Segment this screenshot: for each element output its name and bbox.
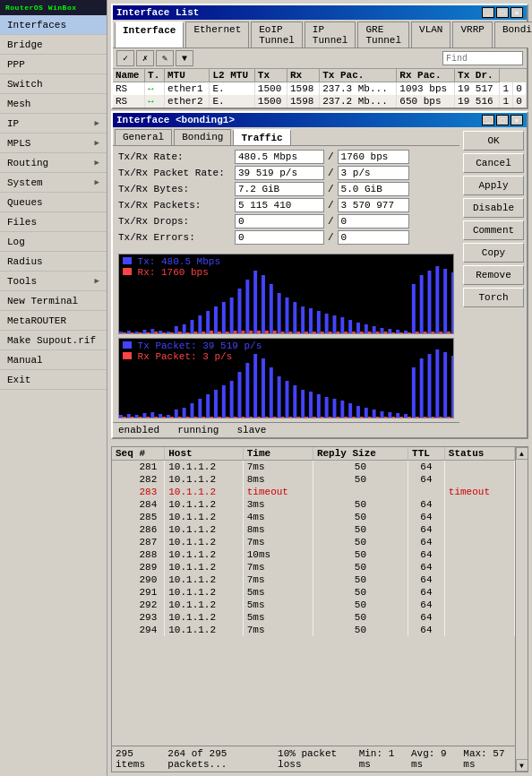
ping-row[interactable]: 287 10.1.1.2 7ms 50 64 [112,536,515,548]
col-l2mtu[interactable]: L2 MTU [210,69,254,82]
ping-col-replysize[interactable]: Reply Size [313,447,408,461]
ping-row[interactable]: 288 10.1.1.2 10ms 50 64 [112,548,515,561]
find-input[interactable] [442,51,523,65]
comment-button[interactable]: Comment [463,220,524,240]
col-t[interactable]: T. [145,69,165,82]
col-rx[interactable]: Rx [287,69,319,82]
sidebar-item-make-supout[interactable]: Make Supout.rif [0,331,107,350]
bonding-close-button[interactable]: × [511,115,523,125]
ping-scrollbar[interactable]: ▲ ▼ [515,447,528,772]
tab-bonding-sub[interactable]: Bonding [174,129,231,145]
tab-ethernet[interactable]: Ethernet [185,22,249,47]
minimize-button[interactable]: _ [482,7,494,18]
disable-button[interactable]: Disable [463,198,524,218]
ping-col-host[interactable]: Host [165,447,243,461]
filter-button[interactable]: ▼ [176,50,193,66]
sidebar-item-exit[interactable]: Exit [0,370,107,390]
sidebar-item-ip[interactable]: IP ▶ [0,114,107,134]
ping-col-time[interactable]: Time [243,447,313,461]
sidebar-item-interfaces[interactable]: Interfaces [0,15,107,35]
ping-ttl: 64 [408,611,445,624]
col-tx[interactable]: Tx [254,69,287,82]
svg-rect-79 [431,332,434,333]
tab-vlan[interactable]: VLAN [411,22,450,47]
sidebar-item-metarouter[interactable]: MetaROUTER [0,311,107,331]
svg-rect-53 [329,332,332,333]
tab-interface[interactable]: Interface [115,22,184,47]
ping-row[interactable]: 293 10.1.1.2 5ms 50 64 [112,611,515,624]
ping-row[interactable]: 284 10.1.1.2 3ms 50 64 [112,498,515,511]
sidebar-item-mpls[interactable]: MPLS ▶ [0,134,107,153]
maximize-button[interactable]: □ [496,7,509,18]
sidebar-item-tools[interactable]: Tools ▶ [0,272,107,291]
tab-gre-tunnel[interactable]: GRE Tunnel [357,22,409,47]
tab-ip-tunnel[interactable]: IP Tunnel [305,22,356,47]
tab-bonding[interactable]: Bonding [494,22,532,47]
ping-col-status[interactable]: Status [444,447,514,461]
chevron-right-icon: ▶ [95,158,99,168]
sidebar-item-mesh[interactable]: Mesh [0,94,107,114]
close-button[interactable]: × [511,7,523,18]
tab-eoip-tunnel[interactable]: EoIP Tunnel [251,22,303,47]
ping-row[interactable]: 291 10.1.1.2 5ms 50 64 [112,586,515,599]
svg-rect-7 [146,332,150,333]
col-rxpac[interactable]: Rx Pac. [397,69,455,82]
ping-row[interactable]: 283 10.1.1.2 timeout timeout [112,486,515,498]
apply-button[interactable]: Apply [463,176,524,195]
svg-rect-60 [356,323,360,333]
svg-rect-184 [293,385,296,418]
copy-button[interactable]: Copy [463,243,524,263]
sidebar-item-bridge[interactable]: Bridge [0,35,107,55]
svg-rect-74 [412,284,416,333]
ping-row[interactable]: 282 10.1.1.2 8ms 50 64 [112,473,515,486]
sidebar-item-ppp[interactable]: PPP [0,55,107,74]
sidebar-item-switch[interactable]: Switch [0,74,107,94]
col-txpac[interactable]: Tx Pac. [320,69,397,82]
ping-col-ttl[interactable]: TTL [408,447,445,461]
chart1-legend-tx: Tx: 480.5 Mbps [123,256,220,267]
col-name[interactable]: Name [113,69,145,82]
interface-table-wrapper: Name T. MTU L2 MTU Tx Rx Tx Pac. Rx Pac.… [113,69,527,108]
sidebar-item-new-terminal[interactable]: New Terminal [0,291,107,311]
table-row[interactable]: RS ↔ ether1 E. 1500 1598 237.3 Mb... 109… [113,82,527,96]
ping-time: 7ms [243,573,313,586]
tab-general[interactable]: General [115,129,172,145]
cancel-button[interactable]: Cancel [463,153,524,173]
ok-button[interactable]: OK [463,131,524,151]
ping-scroll[interactable]: Seq # Host Time Reply Size TTL Status 28… [112,447,515,746]
ping-row[interactable]: 285 10.1.1.2 4ms 50 64 [112,511,515,523]
remove-button[interactable]: Remove [463,265,524,285]
add-button[interactable]: ✓ [116,50,134,66]
svg-rect-183 [288,417,292,418]
ping-row[interactable]: 290 10.1.1.2 7ms 50 64 [112,573,515,586]
table-row[interactable]: RS ↔ ether2 E. 1500 1598 237.2 Mb... 650… [113,95,527,108]
bonding-tab-bar: General Bonding Traffic [113,127,459,146]
delete-button[interactable]: ✗ [136,50,154,66]
sidebar-item-queues[interactable]: Queues [0,193,107,212]
ping-row[interactable]: 281 10.1.1.2 7ms 50 64 [112,461,515,474]
ping-row[interactable]: 292 10.1.1.2 5ms 50 64 [112,599,515,611]
sidebar-item-radius[interactable]: Radius [0,252,107,272]
scroll-up-arrow[interactable]: ▲ [516,447,528,460]
ping-row[interactable]: 289 10.1.1.2 7ms 50 64 [112,561,515,573]
svg-rect-11 [162,332,166,333]
tab-vrrp[interactable]: VRRP [452,22,492,47]
sidebar-item-log[interactable]: Log [0,232,107,252]
svg-rect-14 [175,326,178,333]
ping-row[interactable]: 286 10.1.1.2 8ms 50 64 [112,523,515,536]
scroll-down-arrow[interactable]: ▼ [516,759,528,772]
field-value-tx: 39 519 p/s [235,166,324,180]
col-mtu[interactable]: MTU [164,69,209,82]
torch-button[interactable]: Torch [463,288,524,307]
tab-traffic[interactable]: Traffic [233,129,290,145]
ping-row[interactable]: 294 10.1.1.2 7ms 50 64 [112,624,515,636]
sidebar-item-manual[interactable]: Manual [0,350,107,370]
col-txdr[interactable]: Tx Dr. [455,69,500,82]
sidebar-item-files[interactable]: Files [0,212,107,232]
edit-button[interactable]: ✎ [156,50,174,66]
bonding-minimize-button[interactable]: _ [482,115,494,125]
bonding-maximize-button[interactable]: □ [496,115,509,125]
sidebar-item-system[interactable]: System ▶ [0,173,107,193]
sidebar-item-routing[interactable]: Routing ▶ [0,153,107,173]
ping-col-seq[interactable]: Seq # [112,447,165,461]
